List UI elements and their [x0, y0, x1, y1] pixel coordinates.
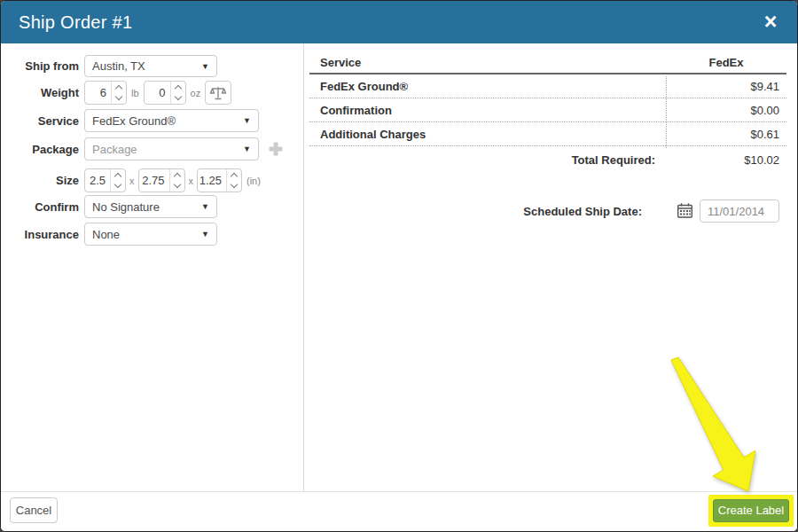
weight-lb-value: 6 [85, 82, 111, 104]
ship-from-label: Ship from [1, 59, 79, 73]
weight-oz-value: 0 [145, 82, 170, 104]
close-icon: × [764, 9, 778, 34]
carrier-column-header: FedEx [666, 56, 786, 69]
oz-unit-label: oz [191, 88, 201, 98]
ship-date-input[interactable] [700, 200, 779, 223]
ship-from-select[interactable]: Austin, TX ▼ [84, 55, 217, 77]
chevron-down-icon: ▼ [201, 230, 209, 239]
create-label-highlight: Create Label [708, 495, 794, 527]
ship-order-modal: Ship Order #1 × Ship from Austin, TX ▼ W… [0, 0, 798, 532]
modal-footer: Cancel Create Label [1, 491, 797, 532]
chevron-up-icon[interactable] [115, 85, 122, 92]
service-value: FedEx Ground® [92, 114, 238, 128]
service-label: Service [1, 114, 79, 128]
calendar-button[interactable] [677, 202, 694, 220]
chevron-down-icon[interactable] [114, 181, 121, 188]
package-label: Package [1, 143, 79, 156]
table-row: Confirmation $0.00 [309, 98, 786, 122]
insurance-value: None [92, 228, 196, 241]
panel-divider [303, 43, 304, 491]
ship-from-value: Austin, TX [92, 59, 196, 73]
cancel-button[interactable]: Cancel [10, 497, 58, 523]
stepper-buttons[interactable] [111, 82, 126, 104]
confirm-label: Confirm [1, 200, 79, 214]
rates-header-row: Service FedEx [309, 51, 786, 74]
size-label: Size [1, 174, 79, 187]
insurance-label: Insurance [1, 228, 79, 241]
weight-oz-stepper[interactable]: 0 [144, 81, 186, 105]
rate-amount: $9.41 [666, 80, 786, 93]
service-row: Service FedEx Ground® ▼ [1, 109, 303, 132]
calendar-icon [677, 202, 693, 219]
rate-name: FedEx Ground® [309, 80, 666, 93]
modal-header: Ship Order #1 × [1, 1, 797, 43]
column-divider [666, 76, 667, 148]
chevron-up-icon[interactable] [174, 85, 181, 92]
add-package-button[interactable] [268, 141, 284, 157]
size-separator: x [189, 176, 194, 186]
weight-label: Weight [1, 86, 79, 99]
chevron-down-icon: ▼ [243, 145, 251, 153]
rate-name: Additional Charges [309, 128, 666, 141]
stepper-buttons[interactable] [169, 169, 184, 192]
rate-amount: $0.61 [666, 128, 786, 141]
weight-row: Weight 6 lb 0 oz [1, 81, 303, 105]
chevron-down-icon[interactable] [174, 93, 181, 100]
lb-unit-label: lb [131, 88, 139, 98]
insurance-row: Insurance None ▼ [1, 223, 303, 246]
rate-amount: $0.00 [666, 104, 786, 117]
stepper-buttons[interactable] [170, 82, 185, 104]
package-select[interactable]: Package ▼ [84, 137, 259, 160]
table-row: FedEx Ground® $9.41 [309, 74, 786, 98]
size-separator: x [129, 176, 135, 186]
chevron-up-icon[interactable] [231, 173, 238, 180]
size-length-stepper[interactable]: 2.5 [84, 168, 126, 192]
chevron-down-icon: ▼ [243, 116, 251, 125]
size-width-value: 2.75 [139, 169, 169, 192]
package-row: Package Package ▼ [1, 137, 303, 160]
size-unit-label: (in) [246, 176, 261, 186]
arrow-shape [671, 357, 755, 491]
confirm-row: Confirm No Signature ▼ [1, 195, 303, 218]
plus-icon [268, 141, 284, 157]
ship-from-row: Ship from Austin, TX ▼ [1, 55, 303, 77]
ship-date-label: Scheduled Ship Date: [309, 205, 642, 218]
rate-name: Confirmation [309, 104, 666, 117]
chevron-down-icon[interactable] [173, 181, 180, 188]
chevron-up-icon[interactable] [114, 173, 121, 180]
confirm-value: No Signature [92, 200, 196, 214]
insurance-select[interactable]: None ▼ [84, 223, 217, 246]
package-value: Package [92, 143, 238, 156]
chevron-down-icon: ▼ [201, 62, 209, 71]
service-column-header: Service [309, 56, 666, 69]
table-row: Additional Charges $0.61 [309, 122, 786, 146]
size-height-value: 1.25 [198, 169, 226, 192]
weight-lb-stepper[interactable]: 6 [84, 81, 127, 105]
weigh-scale-button[interactable] [205, 81, 231, 105]
total-label: Total Required: [309, 153, 666, 167]
chevron-up-icon[interactable] [173, 173, 180, 180]
rates-table: Service FedEx FedEx Ground® $9.41 Confir… [309, 51, 786, 173]
size-width-stepper[interactable]: 2.75 [138, 168, 185, 192]
stepper-buttons[interactable] [110, 169, 125, 192]
total-amount: $10.02 [666, 153, 786, 167]
stepper-buttons[interactable] [226, 169, 241, 192]
size-length-value: 2.5 [85, 169, 110, 192]
chevron-down-icon[interactable] [231, 181, 238, 188]
size-height-stepper[interactable]: 1.25 [197, 168, 242, 192]
scale-icon [209, 84, 227, 102]
page-title: Ship Order #1 [19, 1, 132, 43]
chevron-down-icon: ▼ [201, 202, 209, 211]
service-select[interactable]: FedEx Ground® ▼ [84, 109, 259, 132]
size-row: Size 2.5 x 2.75 x 1.25 (in) [1, 168, 303, 192]
chevron-down-icon[interactable] [115, 93, 122, 100]
close-button[interactable]: × [756, 8, 785, 36]
total-row: Total Required: $10.02 [309, 146, 786, 173]
confirm-select[interactable]: No Signature ▼ [84, 195, 217, 218]
create-label-button[interactable]: Create Label [713, 499, 789, 522]
